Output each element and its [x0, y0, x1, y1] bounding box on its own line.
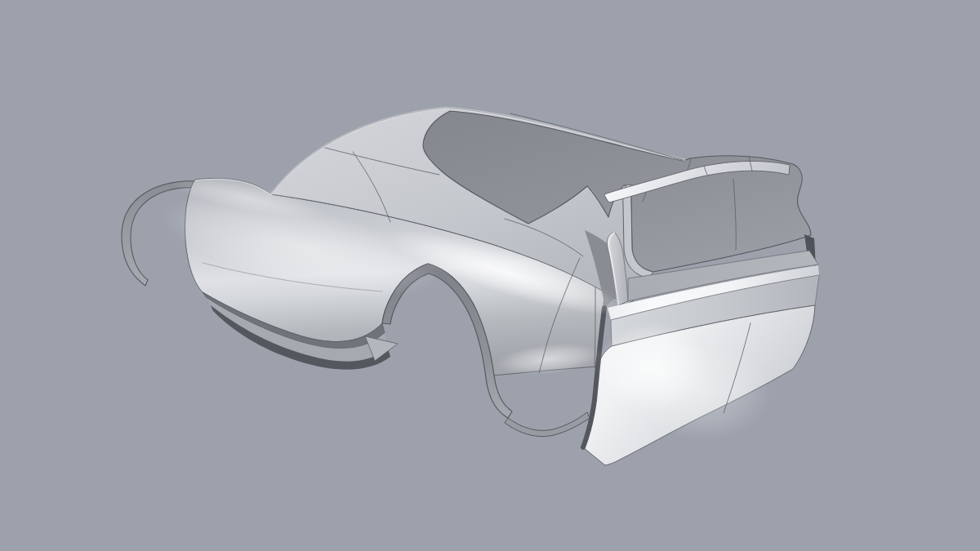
cad-viewport[interactable]: [0, 0, 980, 551]
